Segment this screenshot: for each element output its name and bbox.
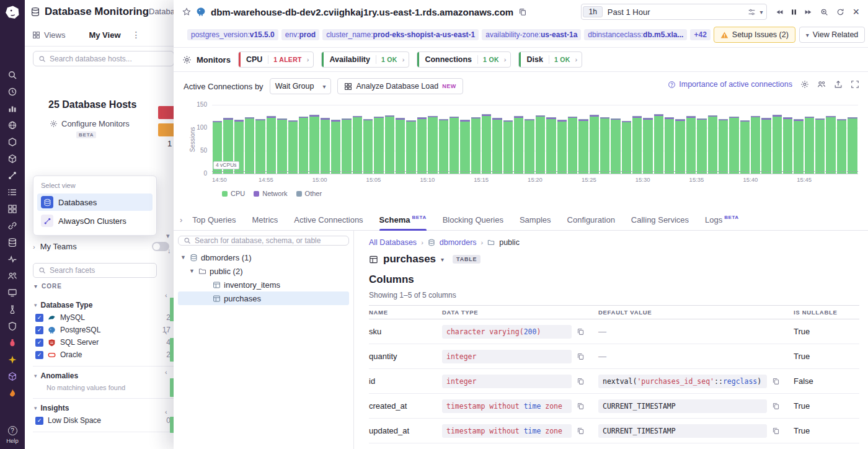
tag-cluster_name[interactable]: cluster_name:prod-eks-shopist-a-us-east-… [322, 29, 479, 40]
bar-37[interactable] [611, 118, 620, 174]
bar-47[interactable] [719, 119, 728, 174]
chevron-right-icon[interactable]: › [33, 243, 35, 251]
sidebar-search-icon[interactable] [7, 70, 17, 80]
sidebar-infrastructure-icon[interactable] [7, 137, 17, 147]
sidebar-apm-icon[interactable] [7, 120, 17, 130]
bar-30[interactable] [536, 115, 545, 174]
bar-45[interactable] [697, 118, 706, 174]
select-view-option-alwayson-clusters[interactable]: AlwaysOn Clusters [37, 212, 153, 229]
sidebar-bits-ai-icon[interactable] [7, 355, 17, 365]
sidebar-service-connections-icon[interactable] [7, 221, 17, 231]
bar-11[interactable] [331, 120, 340, 174]
bar-49[interactable] [740, 120, 750, 174]
skip-forward-icon[interactable] [802, 6, 814, 18]
sidebar-error-tracking-icon[interactable] [7, 338, 17, 348]
bar-42[interactable] [665, 117, 674, 174]
facet-item-oracle[interactable]: ✓Oracle2 [33, 349, 177, 361]
skip-back-icon[interactable] [773, 6, 786, 18]
chevron-down-icon[interactable]: ▾ [441, 256, 444, 263]
schema-search[interactable] [178, 236, 349, 246]
checkbox[interactable]: ✓ [35, 351, 43, 359]
tree-item-dbmorders[interactable]: ▼dbmorders (1) [178, 251, 349, 264]
tab-metrics[interactable]: Metrics [252, 210, 278, 231]
time-filter-icon[interactable] [748, 8, 756, 16]
tab-samples[interactable]: Samples [520, 210, 551, 231]
tree-item-inventory_items[interactable]: inventory_items [178, 278, 349, 291]
bar-18[interactable] [406, 120, 415, 174]
chevron-down-icon[interactable]: ▼ [189, 268, 195, 274]
fullscreen-icon[interactable] [851, 80, 859, 89]
checkbox[interactable]: ✓ [35, 314, 43, 322]
audience-icon[interactable] [817, 80, 826, 89]
bar-38[interactable] [622, 121, 631, 174]
monitor-pill-disk[interactable]: Disk1 OK› [518, 51, 582, 68]
copy-hostname-icon[interactable] [518, 7, 527, 16]
facet-item-sql-server[interactable]: ✓SQL Server4 [33, 336, 177, 349]
configure-monitors-button[interactable]: Configure Monitors [50, 119, 130, 128]
sidebar-synthetics-icon[interactable] [7, 305, 17, 314]
search-database-hosts-input[interactable] [50, 55, 169, 63]
my-teams-toggle[interactable] [152, 242, 169, 251]
bar-3[interactable] [245, 117, 254, 174]
bar-40[interactable] [643, 118, 652, 174]
help-icon[interactable]: ? [8, 426, 17, 435]
sort-chevron-icon[interactable]: ▾ [166, 232, 170, 240]
bar-48[interactable] [729, 117, 738, 174]
sidebar-dashboards-icon[interactable] [7, 104, 17, 113]
bar-28[interactable] [514, 116, 523, 174]
bar-8[interactable] [299, 117, 308, 174]
facet-group-header[interactable]: ▾Database Type [33, 299, 177, 311]
copy-default-value-button[interactable] [772, 427, 780, 435]
close-panel-icon[interactable]: × [852, 6, 859, 17]
bar-43[interactable] [675, 119, 684, 174]
sort-arrow-icon[interactable]: ↓ [167, 247, 171, 254]
copy-default-value-button[interactable] [772, 402, 780, 410]
bar-31[interactable] [546, 117, 556, 174]
sidebar-cost-management-icon[interactable] [7, 388, 17, 398]
chevron-down-icon[interactable]: ▾ [760, 9, 763, 16]
bar-50[interactable] [751, 116, 760, 174]
row-expander-icon[interactable]: ‹ [165, 291, 167, 299]
facet-group-header[interactable]: ▾Anomalies [33, 370, 177, 382]
datadog-logo-icon[interactable] [4, 4, 20, 20]
bar-27[interactable] [503, 120, 513, 174]
export-icon[interactable] [834, 80, 843, 89]
copy-data-type-button[interactable] [577, 327, 585, 336]
bar-23[interactable] [460, 120, 469, 174]
bar-16[interactable] [385, 115, 394, 174]
facet-item-mysql[interactable]: ✓MySQL2 [33, 311, 177, 324]
bar-35[interactable] [590, 115, 599, 174]
tab-top-queries[interactable]: Top Queries [192, 210, 236, 231]
bar-57[interactable] [826, 116, 835, 174]
sidebar-security-icon[interactable] [7, 321, 17, 331]
chart-settings-gear-icon[interactable] [800, 80, 809, 89]
bar-36[interactable] [600, 117, 609, 174]
bar-22[interactable] [450, 117, 459, 174]
checkbox[interactable]: ✓ [35, 326, 43, 334]
time-range-chip[interactable]: 1h [583, 6, 602, 17]
copy-data-type-button[interactable] [577, 352, 585, 360]
search-facets[interactable] [33, 263, 157, 278]
legend-item-cpu[interactable]: CPU [222, 190, 245, 197]
row-expander-icon[interactable]: ‹ [165, 408, 167, 416]
search-database-hosts[interactable] [33, 51, 174, 66]
refresh-icon[interactable] [834, 6, 846, 18]
view-related-button[interactable]: ▾ View Related [799, 27, 865, 43]
pause-icon[interactable] [787, 6, 800, 18]
core-section-header[interactable]: ▾ CORE [34, 283, 62, 290]
monitor-pill-cpu[interactable]: CPU1 ALERT› [238, 51, 314, 68]
bar-41[interactable] [654, 114, 663, 174]
bar-53[interactable] [783, 117, 792, 174]
chevron-down-icon[interactable]: ▼ [180, 254, 187, 260]
bar-52[interactable] [773, 115, 782, 174]
bar-4[interactable] [255, 119, 265, 174]
copy-data-type-button[interactable] [577, 377, 585, 385]
sidebar-llm-observability-icon[interactable] [7, 371, 17, 381]
bar-33[interactable] [568, 117, 577, 174]
bar-9[interactable] [309, 115, 319, 174]
bar-21[interactable] [439, 119, 448, 174]
sidebar-integrations-icon[interactable] [7, 154, 17, 164]
bar-5[interactable] [267, 116, 276, 174]
tab-blocking-queries[interactable]: Blocking Queries [443, 210, 503, 231]
favorite-star-icon[interactable] [182, 7, 191, 16]
